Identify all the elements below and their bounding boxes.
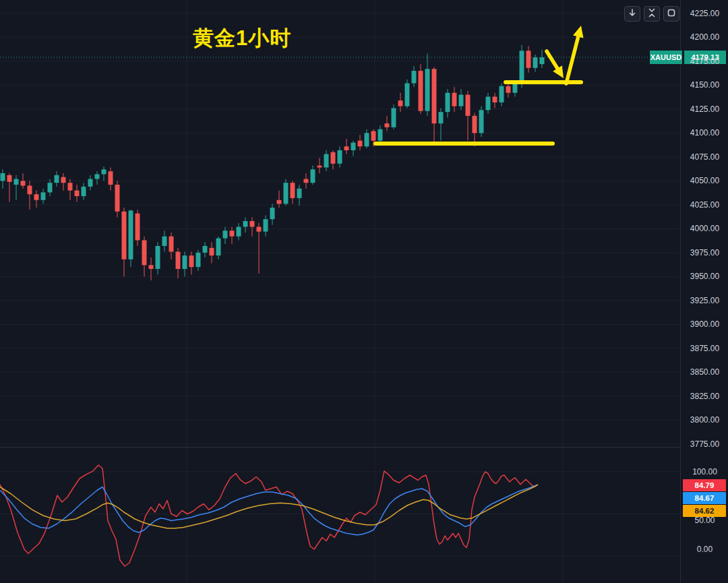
candle-body bbox=[183, 255, 187, 269]
arrow-down-icon bbox=[627, 7, 638, 21]
candle-body bbox=[7, 175, 12, 182]
candle-body bbox=[432, 69, 437, 123]
candle-body bbox=[149, 265, 154, 269]
price-tick-label: 4025.00 bbox=[681, 200, 728, 210]
candle-body bbox=[237, 227, 241, 237]
candle-body bbox=[459, 95, 464, 106]
candle-body bbox=[88, 179, 93, 187]
candle-body bbox=[21, 181, 26, 185]
candle-body bbox=[142, 240, 147, 265]
candle-body bbox=[513, 84, 518, 93]
candle-body bbox=[68, 183, 73, 190]
candle-body bbox=[365, 133, 369, 146]
pane-toolbar bbox=[624, 6, 679, 22]
candle-body bbox=[48, 183, 53, 192]
candle-body bbox=[297, 189, 302, 198]
candle-body bbox=[493, 96, 497, 102]
candle-body bbox=[243, 221, 248, 227]
arrow-up-head[interactable] bbox=[573, 26, 584, 38]
candle-body bbox=[14, 179, 19, 185]
indicator-value-badge: 84.62 bbox=[683, 505, 726, 517]
candle-body bbox=[533, 57, 538, 68]
price-tick-label: 4125.00 bbox=[681, 104, 728, 114]
price-tick-label: 4225.00 bbox=[681, 9, 728, 18]
candle-body bbox=[385, 123, 390, 127]
price-tick-label: 3975.00 bbox=[681, 248, 728, 257]
candle-body bbox=[169, 237, 174, 252]
candle-body bbox=[311, 169, 315, 183]
candle-body bbox=[486, 96, 491, 110]
candle-body bbox=[473, 116, 477, 133]
candle-body bbox=[452, 93, 457, 106]
candle-body bbox=[264, 219, 268, 231]
candle-body bbox=[425, 69, 430, 111]
price-tick-label: 4000.00 bbox=[681, 224, 728, 233]
price-axis[interactable]: 4179.13 4225.004200.004175.004150.004125… bbox=[680, 0, 728, 583]
candle-body bbox=[439, 112, 444, 123]
candle-body bbox=[122, 212, 127, 259]
candle-body bbox=[196, 253, 201, 267]
candle-body bbox=[82, 187, 86, 196]
price-tick-label: 3775.00 bbox=[681, 439, 728, 449]
symbol-label[interactable]: XAUUSD bbox=[650, 51, 682, 64]
candle-body bbox=[75, 191, 80, 197]
candle-body bbox=[479, 110, 484, 133]
candle-body bbox=[230, 231, 235, 237]
candle-body bbox=[412, 71, 417, 83]
candle-body bbox=[1, 173, 5, 181]
candle-body bbox=[317, 166, 322, 168]
candle-body bbox=[189, 255, 194, 267]
gridlines bbox=[0, 0, 679, 583]
price-tick-label: 4175.00 bbox=[681, 57, 728, 66]
trading-chart-app: 黄金1小时 XAUUSD 4179.13 4225.004200.004175.… bbox=[0, 0, 728, 583]
price-tick-label: 3950.00 bbox=[681, 272, 728, 281]
candle-body bbox=[446, 93, 450, 112]
candle-body bbox=[398, 100, 403, 106]
collapse-icon bbox=[646, 7, 657, 21]
candle-body bbox=[102, 169, 107, 174]
candle-body bbox=[250, 221, 255, 227]
candle-body bbox=[378, 129, 383, 141]
candle-body bbox=[338, 150, 342, 164]
indicator-line-mid bbox=[0, 485, 538, 535]
candle-body bbox=[115, 185, 120, 212]
maximize-pane-button[interactable] bbox=[663, 6, 679, 22]
candle-body bbox=[351, 143, 356, 150]
candle-body bbox=[223, 231, 228, 238]
price-tick-label: 3900.00 bbox=[681, 319, 728, 329]
candle-body bbox=[520, 51, 524, 84]
indicator-value-badge: 84.67 bbox=[683, 492, 726, 504]
candle-body bbox=[304, 179, 309, 183]
candle-body bbox=[499, 86, 504, 102]
price-tick-label: 4150.00 bbox=[681, 80, 728, 90]
candle-body bbox=[257, 227, 262, 232]
indicator-tick-label: 100.00 bbox=[681, 467, 728, 477]
price-tick-label: 3925.00 bbox=[681, 296, 728, 305]
candle-body bbox=[203, 246, 208, 253]
candle-body bbox=[466, 95, 471, 116]
candle-body bbox=[324, 154, 329, 168]
indicator-tick-label: 50.00 bbox=[681, 516, 728, 525]
candle-body bbox=[371, 131, 376, 141]
candle-body bbox=[419, 71, 423, 111]
indicator-lines bbox=[0, 465, 538, 566]
maximize-icon bbox=[666, 7, 677, 21]
price-tick-label: 4100.00 bbox=[681, 128, 728, 137]
candle-body bbox=[284, 183, 289, 204]
candle-body bbox=[216, 239, 221, 256]
candle-body bbox=[176, 251, 181, 269]
price-tick-label: 4050.00 bbox=[681, 176, 728, 185]
price-tick-label: 4200.00 bbox=[681, 32, 728, 42]
scroll-to-latest-button[interactable] bbox=[624, 6, 640, 22]
candle-body bbox=[358, 141, 363, 147]
indicator-line-fast bbox=[0, 465, 538, 566]
price-tick-label: 3850.00 bbox=[681, 367, 728, 377]
arrow-up-shaft[interactable] bbox=[566, 34, 579, 84]
candles-series bbox=[1, 45, 545, 280]
candle-body bbox=[34, 194, 39, 200]
collapse-pane-button[interactable] bbox=[644, 6, 660, 22]
indicator-tick-label: 0.00 bbox=[681, 545, 728, 554]
candle-body bbox=[135, 214, 140, 241]
chart-canvas[interactable] bbox=[0, 0, 728, 583]
candle-body bbox=[129, 210, 133, 259]
